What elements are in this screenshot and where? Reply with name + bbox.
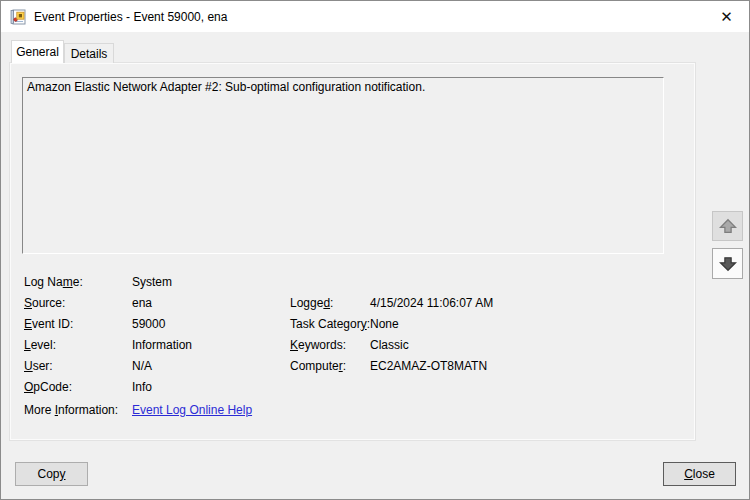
field-more-information: More Information: Event Log Online Help [24,399,252,420]
close-icon: ✕ [720,8,733,26]
log-name-label: Log Name: [24,275,132,289]
level-value: Information [132,338,192,352]
task-category-value: None [370,317,399,331]
event-id-label: Event ID: [24,317,132,331]
titlebar: Event Properties - Event 59000, ena [1,1,749,32]
logged-value: 4/15/2024 11:06:07 AM [370,296,493,310]
keywords-value: Classic [370,338,409,352]
window-close-button[interactable]: ✕ [704,1,749,32]
field-log-name: Log Name: System [24,271,252,292]
source-value: ena [132,296,152,310]
event-log-online-help-link[interactable]: Event Log Online Help [132,403,252,417]
keywords-label: Keywords: [290,338,370,352]
task-category-label: Task Category: [290,317,370,331]
field-event-id: Event ID: 59000 [24,313,252,334]
up-arrow-icon [718,216,738,236]
previous-event-button[interactable] [712,211,743,241]
window-title: Event Properties - Event 59000, ena [34,10,227,24]
field-level: Level: Information [24,334,252,355]
computer-label: Computer: [290,359,370,373]
logged-label: Logged: [290,296,370,310]
event-properties-icon [10,9,26,25]
log-name-value: System [132,275,172,289]
user-value: N/A [132,359,152,373]
tab-details[interactable]: Details [64,43,114,63]
tab-details-label: Details [71,47,108,61]
field-source: Source: ena [24,292,252,313]
field-task-category: Task Category: None [290,313,493,334]
tab-general-label: General [16,45,59,59]
user-label: User: [24,359,132,373]
source-label: Source: [24,296,132,310]
down-arrow-icon [718,254,738,274]
computer-value: EC2AMAZ-OT8MATN [370,359,487,373]
level-label: Level: [24,338,132,352]
opcode-label: OpCode: [24,380,132,394]
copy-button[interactable]: Copy [15,462,88,486]
event-properties-dialog: Event Properties - Event 59000, ena ✕ Ge… [0,0,750,500]
event-description-box[interactable]: Amazon Elastic Network Adapter #2: Sub-o… [22,77,664,254]
opcode-value: Info [132,380,152,394]
field-user: User: N/A [24,355,252,376]
close-button[interactable]: Close [663,462,736,486]
tab-general[interactable]: General [11,40,64,63]
event-fields-right: Logged: 4/15/2024 11:06:07 AM Task Categ… [290,292,493,376]
field-computer: Computer: EC2AMAZ-OT8MATN [290,355,493,376]
next-event-button[interactable] [712,248,743,279]
field-opcode: OpCode: Info [24,376,252,397]
general-tab-panel: Amazon Elastic Network Adapter #2: Sub-o… [9,62,696,441]
event-fields-left: Log Name: System Source: ena Event ID: 5… [24,271,252,420]
more-information-label: More Information: [24,403,132,417]
field-keywords: Keywords: Classic [290,334,493,355]
event-description-text: Amazon Elastic Network Adapter #2: Sub-o… [27,80,425,94]
event-id-value: 59000 [132,317,165,331]
field-logged: Logged: 4/15/2024 11:06:07 AM [290,292,493,313]
